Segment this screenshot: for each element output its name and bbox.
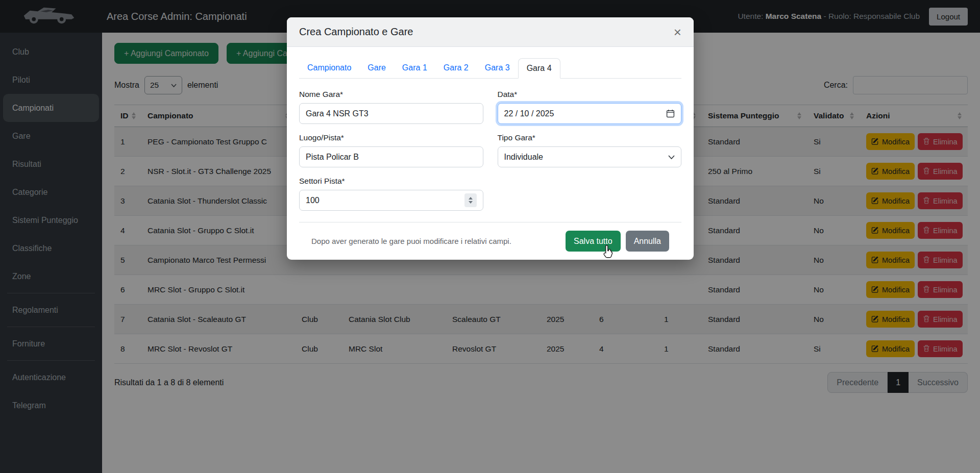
tipo-gara-label: Tipo Gara* (498, 133, 682, 142)
settori-pista-label: Settori Pista* (299, 177, 483, 186)
luogo-pista-input[interactable]: Pista Policar B (299, 146, 483, 167)
data-input[interactable]: 22 / 10 / 2025 (498, 103, 682, 124)
tab-gara-4[interactable]: Gara 4 (518, 58, 560, 79)
tipo-gara-select[interactable]: Individuale (498, 146, 682, 167)
tab-gara-2[interactable]: Gara 2 (435, 58, 477, 79)
tab-campionato[interactable]: Campionato (299, 58, 359, 79)
close-icon[interactable]: × (674, 27, 681, 37)
settori-pista-input[interactable]: 100 (299, 190, 483, 211)
tab-gare[interactable]: Gare (359, 58, 394, 79)
tab-gara-1[interactable]: Gara 1 (394, 58, 435, 79)
number-spinner[interactable] (464, 193, 477, 207)
calendar-icon[interactable] (666, 109, 675, 118)
modal-tabs: CampionatoGareGara 1Gara 2Gara 3Gara 4 (299, 58, 681, 79)
luogo-pista-label: Luogo/Pista* (299, 133, 483, 142)
nome-gara-label: Nome Gara* (299, 90, 483, 99)
annulla-button[interactable]: Annulla (626, 231, 669, 252)
tab-gara-3[interactable]: Gara 3 (477, 58, 518, 79)
nome-gara-input[interactable]: Gara 4 NSR GT3 (299, 103, 483, 124)
data-label: Data* (498, 90, 682, 99)
modal-note: Dopo aver generato le gare puoi modifica… (311, 237, 511, 245)
create-campionato-modal: Crea Campionato e Gare × CampionatoGareG… (287, 17, 694, 260)
chevron-down-icon (668, 155, 675, 159)
modal-title: Crea Campionato e Gare (299, 26, 413, 38)
hand-pointer-cursor (601, 244, 615, 261)
